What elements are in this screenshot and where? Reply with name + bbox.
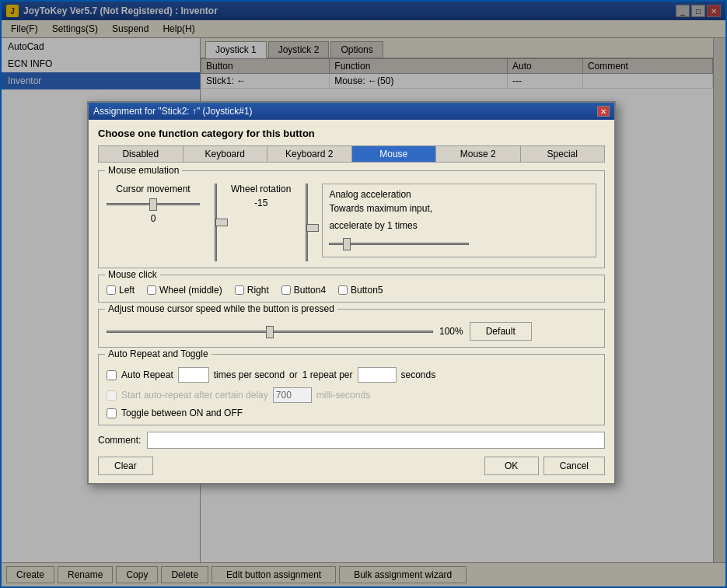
- toggle-checkbox[interactable]: [107, 408, 117, 418]
- speed-slider[interactable]: [107, 325, 433, 338]
- speed-row: 100% Default: [107, 316, 596, 341]
- cancel-button[interactable]: Cancel: [544, 457, 605, 475]
- modal-overlay: Assignment for "Stick2: ↑" (Joystick#1) …: [2, 2, 725, 586]
- seconds-label: seconds: [401, 369, 436, 380]
- comment-input[interactable]: [147, 432, 605, 449]
- assignment-dialog: Assignment for "Stick2: ↑" (Joystick#1) …: [87, 101, 616, 485]
- right-checkbox[interactable]: [235, 285, 244, 295]
- milli-seconds-label: milli-seconds: [316, 390, 370, 401]
- right-label: Right: [247, 285, 269, 296]
- wheel-checkbox[interactable]: [147, 285, 156, 295]
- left-click-item: Left: [107, 285, 135, 296]
- delay-label: Start auto-repeat after certain delay: [121, 390, 268, 401]
- auto-repeat-label: Auto Repeat: [121, 369, 173, 380]
- cat-tab-mouse2[interactable]: Mouse 2: [436, 146, 520, 162]
- dialog-heading: Choose one function category for this bu…: [98, 128, 605, 139]
- wheel-rotation-section: Wheel rotation -15: [231, 184, 291, 208]
- delay-row: Start auto-repeat after certain delay mi…: [107, 387, 596, 403]
- analog-text1: Towards maximum input,: [329, 203, 589, 214]
- ok-button[interactable]: OK: [484, 457, 539, 475]
- cursor-movement-slider[interactable]: [107, 198, 200, 210]
- dialog-close-button[interactable]: ✕: [597, 106, 610, 117]
- speed-group-label: Adjust mouse cursor speed while the butt…: [105, 303, 337, 314]
- one-repeat-per-label: 1 repeat per: [302, 369, 353, 380]
- comment-row: Comment:: [98, 432, 605, 449]
- speed-group: Adjust mouse cursor speed while the butt…: [98, 309, 605, 348]
- v-slider-right: [300, 184, 313, 261]
- button4-checkbox[interactable]: [281, 285, 291, 295]
- cursor-movement-label: Cursor movement: [116, 184, 190, 194]
- delay-value-input: [273, 387, 312, 403]
- toggle-label: Toggle between ON and OFF: [121, 408, 243, 418]
- default-button[interactable]: Default: [470, 322, 532, 341]
- analog-acceleration-group: Analog acceleration Towards maximum inpu…: [322, 184, 596, 257]
- left-checkbox[interactable]: [107, 285, 116, 295]
- times-per-second-label: times per second: [214, 369, 285, 380]
- left-label: Left: [119, 285, 135, 296]
- cursor-v-slider[interactable]: [209, 184, 222, 261]
- analog-accel-slider[interactable]: [329, 237, 469, 250]
- v-slider-left: [209, 184, 222, 261]
- mouse-emulation-label: Mouse emulation: [105, 165, 182, 176]
- cat-tab-disabled[interactable]: Disabled: [99, 146, 183, 162]
- analog-text2: accelerate by 1 times: [329, 220, 589, 231]
- auto-repeat-group: Auto Repeat and Toggle Auto Repeat times…: [98, 354, 605, 425]
- cat-tab-keyboard2[interactable]: Keyboard 2: [267, 146, 351, 162]
- button4-label: Button4: [294, 285, 326, 296]
- auto-repeat-content: Auto Repeat times per second or 1 repeat…: [107, 361, 596, 418]
- delay-checkbox: [107, 390, 117, 401]
- category-tabs: Disabled Keyboard Keyboard 2 Mouse Mouse…: [98, 145, 605, 163]
- dialog-title-bar: Assignment for "Stick2: ↑" (Joystick#1) …: [89, 103, 614, 120]
- comment-label: Comment:: [98, 435, 141, 446]
- auto-repeat-group-label: Auto Repeat and Toggle: [105, 348, 211, 359]
- dialog-btn-row: Clear OK Cancel: [98, 457, 605, 475]
- cat-tab-special[interactable]: Special: [521, 146, 605, 162]
- mouse-emu-content: Cursor movement 0 Wheel rotati: [107, 177, 596, 261]
- wheel-value: -15: [254, 198, 267, 208]
- mouse-click-row: Left Wheel (middle) Right Button4: [107, 282, 596, 296]
- cat-tab-mouse[interactable]: Mouse: [352, 146, 436, 162]
- seconds-input[interactable]: [358, 367, 397, 383]
- wheel-label: Wheel (middle): [159, 285, 222, 296]
- toggle-row: Toggle between ON and OFF: [107, 408, 596, 418]
- mouse-click-group: Mouse click Left Wheel (middle) Right: [98, 275, 605, 303]
- or-text: or: [289, 369, 298, 380]
- speed-percent: 100%: [439, 326, 463, 337]
- analog-accel-label: Analog acceleration: [329, 189, 589, 200]
- clear-button[interactable]: Clear: [98, 457, 153, 475]
- times-per-second-input[interactable]: [178, 367, 209, 383]
- button4-item: Button4: [281, 285, 326, 296]
- auto-repeat-row: Auto Repeat times per second or 1 repeat…: [107, 367, 596, 383]
- wheel-rotation-label: Wheel rotation: [231, 184, 291, 194]
- dialog-title: Assignment for "Stick2: ↑" (Joystick#1): [93, 106, 253, 117]
- auto-repeat-checkbox[interactable]: [107, 370, 117, 380]
- right-click-item: Right: [235, 285, 269, 296]
- mouse-click-label: Mouse click: [105, 269, 160, 280]
- dialog-body: Choose one function category for this bu…: [89, 120, 614, 483]
- button5-checkbox[interactable]: [338, 285, 348, 295]
- mouse-emulation-group: Mouse emulation Cursor movement 0: [98, 170, 605, 268]
- button5-item: Button5: [338, 285, 383, 296]
- cat-tab-keyboard[interactable]: Keyboard: [183, 146, 267, 162]
- wheel-click-item: Wheel (middle): [147, 285, 222, 296]
- cursor-movement-section: Cursor movement 0: [107, 184, 200, 224]
- cursor-value: 0: [151, 213, 156, 224]
- button5-label: Button5: [351, 285, 383, 296]
- ok-cancel-group: OK Cancel: [484, 457, 605, 475]
- wheel-v-slider[interactable]: [300, 184, 313, 261]
